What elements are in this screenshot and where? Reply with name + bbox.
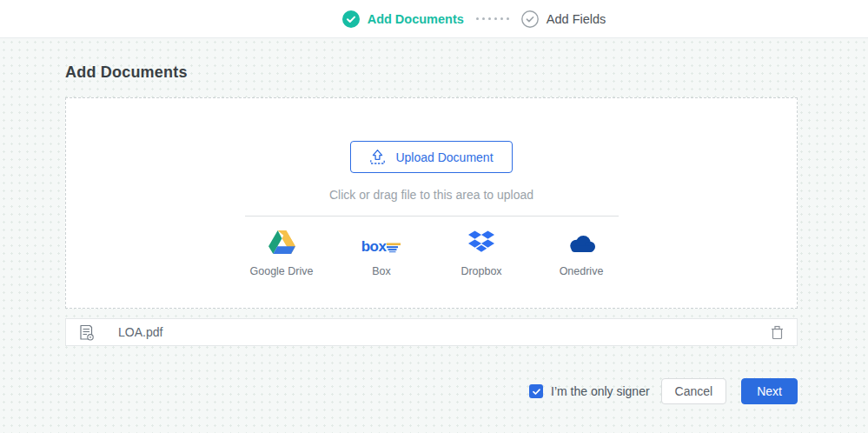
uploaded-file-row: LOA.pdf <box>65 318 798 346</box>
google-drive-icon <box>268 230 295 254</box>
dropbox-icon <box>468 230 494 254</box>
trash-icon <box>771 325 784 340</box>
step-label-add-fields: Add Fields <box>547 12 606 26</box>
stepper-dots <box>476 17 509 20</box>
footer-actions: I’m the only signer Cancel Next <box>529 378 798 404</box>
service-dropbox[interactable]: Dropbox <box>432 228 532 277</box>
step-label-add-documents: Add Documents <box>368 12 464 26</box>
service-label: Google Drive <box>250 265 314 277</box>
page-title: Add Documents <box>65 63 188 82</box>
check-circle-outline-icon <box>521 10 539 28</box>
content-area: Add Documents Upload Document Click or d… <box>0 38 868 433</box>
cancel-button[interactable]: Cancel <box>661 378 727 404</box>
next-button[interactable]: Next <box>741 378 798 404</box>
document-icon <box>79 324 94 341</box>
divider <box>245 216 619 216</box>
upload-hint-text: Click or drag file to this area to uploa… <box>329 188 533 202</box>
upload-document-button[interactable]: Upload Document <box>350 141 512 173</box>
upload-button-label: Upload Document <box>395 150 493 164</box>
stepper: Add Documents Add Fields <box>342 10 606 28</box>
onedrive-icon <box>567 233 596 254</box>
only-signer-checkbox-group[interactable]: I’m the only signer <box>529 384 650 398</box>
service-google-drive[interactable]: Google Drive <box>232 228 332 277</box>
service-onedrive[interactable]: Onedrive <box>532 228 632 277</box>
top-stepper-bar: Add Documents Add Fields <box>0 0 868 38</box>
step-add-fields[interactable]: Add Fields <box>521 10 606 28</box>
step-add-documents[interactable]: Add Documents <box>342 10 464 28</box>
service-box[interactable]: box Box <box>332 228 432 277</box>
checkbox-checked-icon[interactable] <box>529 384 543 398</box>
service-label: Dropbox <box>461 265 501 277</box>
service-label: Onedrive <box>560 265 604 277</box>
box-icon: box <box>361 239 402 254</box>
file-name: LOA.pdf <box>118 325 162 339</box>
service-label: Box <box>372 265 391 277</box>
cloud-services-row: Google Drive box Box <box>232 228 632 277</box>
upload-dropzone[interactable]: Upload Document Click or drag file to th… <box>65 97 798 309</box>
check-circle-filled-icon <box>342 10 360 28</box>
delete-file-button[interactable] <box>769 323 785 342</box>
upload-icon <box>369 149 386 165</box>
only-signer-label[interactable]: I’m the only signer <box>551 384 650 398</box>
